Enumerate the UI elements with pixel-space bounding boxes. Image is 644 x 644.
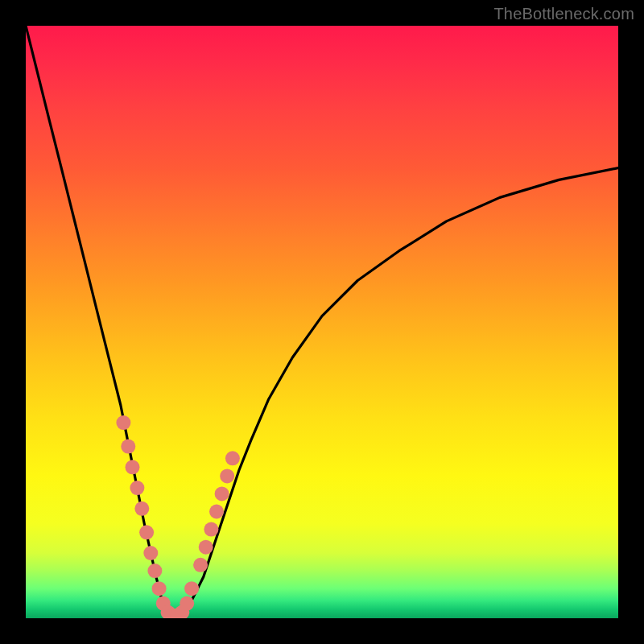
curve-marker — [184, 581, 199, 596]
curve-marker — [134, 502, 149, 516]
curve-marker — [126, 460, 140, 474]
curve-marker — [152, 581, 167, 596]
curve-marker — [180, 597, 194, 611]
curve-marker — [225, 451, 240, 465]
chart-svg — [26, 26, 618, 618]
plot-area — [26, 26, 618, 618]
curve-marker — [116, 415, 130, 430]
curve-marker — [143, 546, 158, 560]
curve-marker — [220, 469, 234, 483]
curve-marker — [215, 486, 229, 501]
curve-marker — [209, 505, 224, 519]
curve-marker — [199, 540, 213, 555]
curve-marker — [193, 558, 208, 572]
chart-frame: TheBottleneck.com — [0, 0, 644, 644]
curve-marker — [204, 522, 218, 537]
curve-marker — [130, 481, 144, 495]
curve-marker — [139, 525, 154, 539]
curve-marker — [147, 564, 162, 578]
bottleneck-curve — [26, 26, 618, 615]
curve-marker — [121, 440, 135, 454]
watermark-text: TheBottleneck.com — [493, 5, 634, 23]
